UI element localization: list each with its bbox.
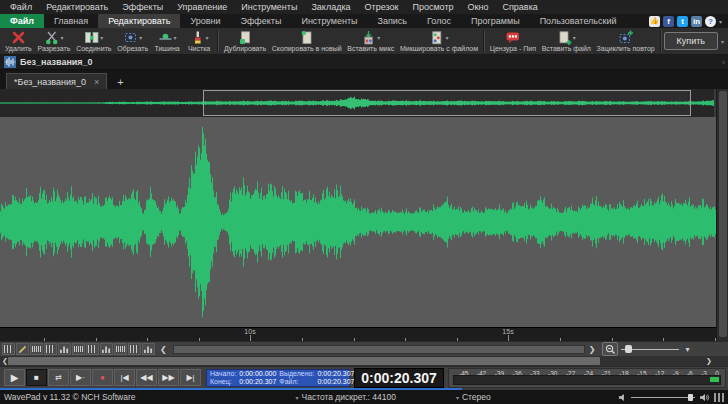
toolbar-button-duplicate[interactable]: Дублировать: [221, 29, 269, 53]
volume-max-icon[interactable]: [699, 393, 710, 402]
menu-item-10[interactable]: Справка: [496, 1, 543, 13]
loop-button[interactable]: ⇄: [48, 369, 69, 386]
ribbon-tab-уровни[interactable]: Уровни: [180, 14, 230, 28]
menu-item-2[interactable]: Редактировать: [40, 1, 114, 13]
menu-item-9[interactable]: Окно: [462, 1, 495, 13]
zoom-out-button[interactable]: [602, 342, 618, 356]
buy-caret-icon[interactable]: ▾: [721, 38, 724, 45]
ribbon-tab-запись[interactable]: Запись: [368, 14, 418, 28]
ribbon-tab-пользовательский[interactable]: Пользовательский: [530, 14, 627, 28]
dropdown-caret-icon[interactable]: ▾: [573, 34, 576, 41]
dropdown-caret-icon[interactable]: ▾: [445, 34, 448, 41]
menu-item-3[interactable]: Эффекты: [116, 1, 169, 13]
menu-item-5[interactable]: Инструменты: [235, 1, 303, 13]
skip-start-button[interactable]: |◀: [114, 369, 135, 386]
channels-label[interactable]: Стерео: [462, 392, 491, 402]
toolbar-button-paste-mix[interactable]: ▾Вставить микс: [344, 29, 397, 53]
dropdown-caret-icon[interactable]: ▾: [139, 34, 142, 41]
toolbar-button-mix-file[interactable]: ▾Микшировать с файлом: [397, 29, 481, 53]
vertical-scrollbar-thumb[interactable]: [719, 91, 727, 337]
dropdown-caret-icon[interactable]: ▾: [100, 34, 103, 41]
ribbon-tab-файл[interactable]: Файл: [0, 14, 44, 28]
wave-small-tool-button[interactable]: [30, 343, 43, 355]
main-waveform-area[interactable]: [0, 117, 716, 327]
ribbon-tab-инструменты[interactable]: Инструменты: [291, 14, 367, 28]
wave-dense-tool-button[interactable]: [44, 343, 57, 355]
facebook-icon[interactable]: f: [663, 16, 674, 27]
resize-grip-icon[interactable]: [714, 393, 724, 402]
spectrum-tool-button[interactable]: [114, 343, 127, 355]
dropdown-caret-icon[interactable]: ▾: [206, 34, 209, 41]
menu-item-6[interactable]: Закладка: [305, 1, 356, 13]
twitter-icon[interactable]: t: [677, 16, 688, 27]
sample-rate-label[interactable]: Частота дискрет.: 44100: [301, 392, 395, 402]
tools-scroll-right-icon[interactable]: ❯: [585, 345, 600, 354]
toolbar-button-trim[interactable]: ▾Обрезать: [114, 29, 151, 53]
dropdown-caret-icon[interactable]: ▾: [60, 34, 63, 41]
tab-close-icon[interactable]: ×: [94, 77, 99, 87]
buy-button[interactable]: Купить: [664, 32, 718, 50]
play-selection-button[interactable]: ▶·: [70, 369, 91, 386]
help-icon[interactable]: ?: [705, 16, 716, 27]
scrub-tool-button[interactable]: [72, 343, 85, 355]
overview-waveform-strip[interactable]: [0, 89, 714, 118]
skip-end-button[interactable]: ▶|: [180, 369, 201, 386]
window-restore-icon[interactable]: ▫: [722, 58, 725, 67]
hscroll-right-icon[interactable]: ❯: [706, 356, 712, 366]
fast-forward-button[interactable]: ▶▶: [158, 369, 179, 386]
toolbar-button-copy-new[interactable]: Скопировать в новый: [269, 29, 344, 53]
menu-item-1[interactable]: Файл: [4, 1, 38, 13]
horizontal-scrollbar[interactable]: ❮ ❯: [0, 356, 728, 366]
panel-collapse-icon[interactable]: ▾: [681, 345, 693, 354]
menu-item-4[interactable]: Управление: [171, 1, 233, 13]
toolbar-button-join[interactable]: ▾Соединить: [73, 29, 114, 53]
dropdown-caret-icon[interactable]: ▾: [174, 34, 177, 41]
menu-item-8[interactable]: Просмотр: [406, 1, 459, 13]
menu-item-7[interactable]: Отрезок: [359, 1, 405, 13]
volume-min-icon[interactable]: [618, 393, 627, 402]
horizontal-scrollbar-thumb[interactable]: [8, 357, 600, 365]
help-caret-icon[interactable]: ▾: [719, 18, 722, 25]
volume-slider[interactable]: [631, 392, 695, 402]
ribbon-tab-голос[interactable]: Голос: [417, 14, 461, 28]
zoom-slider[interactable]: [621, 343, 679, 355]
document-tab[interactable]: *Без_названия_0 ×: [6, 73, 107, 89]
ribbon-tab-редактировать[interactable]: Редактировать: [98, 14, 180, 28]
playlist-tool-button[interactable]: [142, 343, 155, 355]
record-button[interactable]: ●: [92, 369, 113, 386]
stop-button[interactable]: ■: [26, 369, 47, 386]
toolbar-button-delete[interactable]: Удалить: [2, 29, 35, 53]
toolbar-button-cleanup[interactable]: ▾Чистка: [183, 29, 215, 53]
toolbar-button-insert-file[interactable]: ▾Вставить файл: [539, 29, 594, 53]
ribbon-tab-главная[interactable]: Главная: [44, 14, 98, 28]
tools-scroll-track[interactable]: [173, 345, 585, 354]
toolbar-button-censor[interactable]: Цензура - Пип: [487, 29, 539, 53]
like-icon[interactable]: 👍: [649, 16, 660, 27]
channels-caret-icon[interactable]: ▾: [456, 394, 459, 401]
pencil-tool-button[interactable]: [16, 343, 29, 355]
ribbon-tab-программы[interactable]: Программы: [461, 14, 530, 28]
hscroll-left-icon[interactable]: ❮: [2, 356, 8, 366]
toolbar-button-loop-repeat[interactable]: Зациклить повтор: [594, 29, 658, 53]
timeline-ruler[interactable]: 10s15s: [0, 327, 716, 342]
ribbon-tab-эффекты[interactable]: Эффекты: [230, 14, 291, 28]
rewind-button[interactable]: ◀◀: [136, 369, 157, 386]
new-tab-button[interactable]: +: [111, 74, 129, 89]
linkedin-icon[interactable]: in: [691, 16, 702, 27]
dropdown-caret-icon[interactable]: ▾: [377, 34, 380, 41]
zoom-slider-knob[interactable]: [625, 345, 632, 353]
main-waveform-canvas[interactable]: [0, 117, 716, 327]
wave-multi-tool-button[interactable]: [58, 343, 71, 355]
sample-rate-caret-icon[interactable]: ▾: [295, 394, 298, 401]
volume-slider-knob[interactable]: [688, 394, 693, 401]
levels-tool-button[interactable]: [100, 343, 113, 355]
toolbar-button-split[interactable]: ▾Разрезать: [35, 29, 74, 53]
spectrogram-tool-button[interactable]: [128, 343, 141, 355]
tools-scroll-left-icon[interactable]: ❮: [156, 345, 171, 354]
overview-selection-box[interactable]: [203, 90, 691, 116]
vertical-scrollbar[interactable]: [716, 89, 728, 341]
toolbar-button-silence[interactable]: ▾Тишина: [151, 29, 183, 53]
wave-edit-tool-button[interactable]: [2, 343, 15, 355]
cut-ratio-tool-button[interactable]: [86, 343, 99, 355]
play-button[interactable]: ▶: [4, 369, 25, 386]
